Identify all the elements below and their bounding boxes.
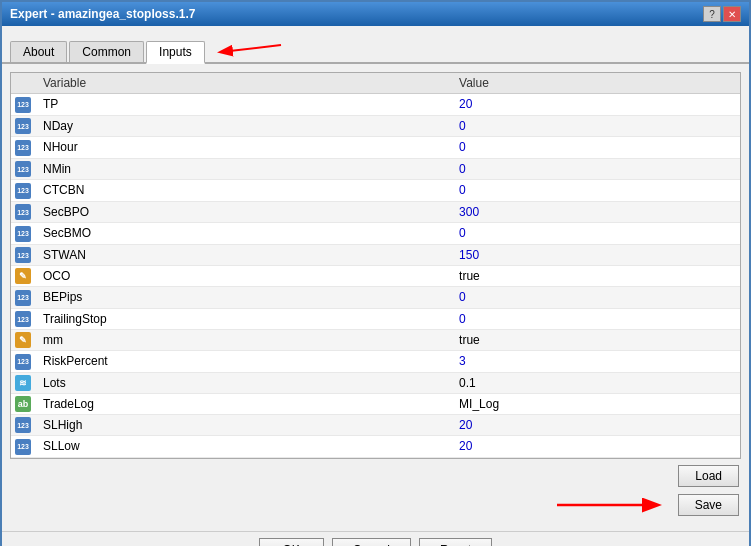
row-icon: 123 bbox=[11, 414, 35, 436]
tab-common[interactable]: Common bbox=[69, 41, 144, 62]
row-value[interactable]: 0 bbox=[451, 308, 740, 330]
arrow-save-indicator bbox=[552, 491, 672, 519]
help-button[interactable]: ? bbox=[703, 6, 721, 22]
row-icon: 123 bbox=[11, 201, 35, 223]
table-row: 123SLLow20 bbox=[11, 436, 740, 458]
inputs-table-container: Variable Value 123TP20123NDay0123NHour01… bbox=[10, 72, 741, 459]
table-row: 123SecBPO300 bbox=[11, 201, 740, 223]
row-value[interactable]: 0 bbox=[451, 158, 740, 180]
row-value[interactable]: 150 bbox=[451, 244, 740, 266]
row-icon: ✎ bbox=[11, 330, 35, 351]
row-variable: Lots bbox=[35, 372, 451, 393]
table-row: 123TP20 bbox=[11, 94, 740, 116]
row-icon: 123 bbox=[11, 94, 35, 116]
row-variable: STWAN bbox=[35, 244, 451, 266]
row-value[interactable]: 0 bbox=[451, 137, 740, 159]
table-row: 123SLHigh20 bbox=[11, 414, 740, 436]
table-row: abTradeLogMI_Log bbox=[11, 393, 740, 414]
row-icon: 123 bbox=[11, 223, 35, 245]
tab-inputs[interactable]: Inputs bbox=[146, 41, 205, 64]
row-value[interactable]: 0.1 bbox=[451, 372, 740, 393]
row-icon: 123 bbox=[11, 115, 35, 137]
row-variable: SecBMO bbox=[35, 223, 451, 245]
load-button[interactable]: Load bbox=[678, 465, 739, 487]
row-variable: OCO bbox=[35, 266, 451, 287]
main-window: Expert - amazingea_stoploss.1.7 ? ✕ Abou… bbox=[0, 0, 751, 546]
row-variable: TrailingStop bbox=[35, 308, 451, 330]
row-value[interactable]: 0 bbox=[451, 287, 740, 309]
row-variable: mm bbox=[35, 330, 451, 351]
row-icon: ab bbox=[11, 393, 35, 414]
row-value[interactable]: 20 bbox=[451, 414, 740, 436]
inputs-table: Variable Value 123TP20123NDay0123NHour01… bbox=[11, 73, 740, 458]
row-value[interactable]: true bbox=[451, 266, 740, 287]
row-value[interactable]: 300 bbox=[451, 201, 740, 223]
cancel-button[interactable]: Cancel bbox=[332, 538, 411, 547]
row-value[interactable]: 20 bbox=[451, 94, 740, 116]
table-row: 123STWAN150 bbox=[11, 244, 740, 266]
row-value[interactable]: 20 bbox=[451, 436, 740, 458]
close-button[interactable]: ✕ bbox=[723, 6, 741, 22]
table-row: 123CTCBN0 bbox=[11, 180, 740, 202]
table-row: 123NDay0 bbox=[11, 115, 740, 137]
row-icon: 123 bbox=[11, 351, 35, 373]
load-save-area: Load Save bbox=[10, 465, 741, 519]
row-value[interactable]: 0 bbox=[451, 115, 740, 137]
window-title: Expert - amazingea_stoploss.1.7 bbox=[10, 7, 195, 21]
table-row: 123NHour0 bbox=[11, 137, 740, 159]
table-row: 123SecBMO0 bbox=[11, 223, 740, 245]
ok-button[interactable]: OK bbox=[259, 538, 324, 547]
row-variable: SLLow bbox=[35, 436, 451, 458]
row-variable: NHour bbox=[35, 137, 451, 159]
row-icon: 123 bbox=[11, 158, 35, 180]
row-variable: RiskPercent bbox=[35, 351, 451, 373]
col-icon-header bbox=[11, 73, 35, 94]
table-row: ✎OCOtrue bbox=[11, 266, 740, 287]
row-icon: 123 bbox=[11, 180, 35, 202]
row-value[interactable]: 0 bbox=[451, 223, 740, 245]
table-row: 123NMin0 bbox=[11, 158, 740, 180]
tab-about[interactable]: About bbox=[10, 41, 67, 62]
row-variable: BEPips bbox=[35, 287, 451, 309]
save-button[interactable]: Save bbox=[678, 494, 739, 516]
row-icon: 123 bbox=[11, 244, 35, 266]
col-value-header: Value bbox=[451, 73, 740, 94]
row-variable: TradeLog bbox=[35, 393, 451, 414]
row-icon: 123 bbox=[11, 137, 35, 159]
svg-line-1 bbox=[221, 45, 281, 52]
row-variable: NDay bbox=[35, 115, 451, 137]
title-controls: ? ✕ bbox=[703, 6, 741, 22]
table-row: ✎mmtrue bbox=[11, 330, 740, 351]
row-icon: 123 bbox=[11, 436, 35, 458]
row-value[interactable]: true bbox=[451, 330, 740, 351]
row-value[interactable]: MI_Log bbox=[451, 393, 740, 414]
row-variable: TP bbox=[35, 94, 451, 116]
row-value[interactable]: 0 bbox=[451, 180, 740, 202]
row-variable: SLHigh bbox=[35, 414, 451, 436]
row-variable: SecBPO bbox=[35, 201, 451, 223]
table-row: 123TrailingStop0 bbox=[11, 308, 740, 330]
table-row: 123BEPips0 bbox=[11, 287, 740, 309]
row-icon: ✎ bbox=[11, 266, 35, 287]
table-row: ≋Lots0.1 bbox=[11, 372, 740, 393]
footer-buttons: OK Cancel Reset bbox=[2, 531, 749, 547]
row-variable: CTCBN bbox=[35, 180, 451, 202]
tabs-bar: About Common Inputs bbox=[2, 26, 749, 64]
reset-button[interactable]: Reset bbox=[419, 538, 492, 547]
row-variable: NMin bbox=[35, 158, 451, 180]
col-variable-header: Variable bbox=[35, 73, 451, 94]
row-icon: ≋ bbox=[11, 372, 35, 393]
content-area: Variable Value 123TP20123NDay0123NHour01… bbox=[2, 64, 749, 531]
row-icon: 123 bbox=[11, 287, 35, 309]
row-icon: 123 bbox=[11, 308, 35, 330]
row-value[interactable]: 3 bbox=[451, 351, 740, 373]
arrow-tab-indicator bbox=[211, 30, 291, 60]
table-row: 123RiskPercent3 bbox=[11, 351, 740, 373]
title-bar: Expert - amazingea_stoploss.1.7 ? ✕ bbox=[2, 2, 749, 26]
